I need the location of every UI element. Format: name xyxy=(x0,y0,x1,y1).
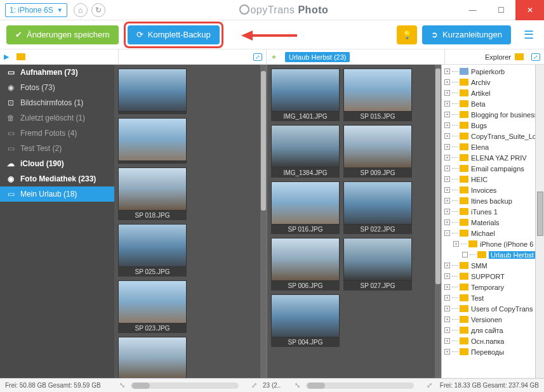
expand-icon[interactable]: + xyxy=(444,112,450,117)
photo-thumbnail[interactable]: SP 023.JPG xyxy=(118,280,187,333)
tree-folder[interactable]: +Blogging for business xyxy=(442,109,535,120)
tree-folder[interactable]: +Itines backup xyxy=(442,195,535,206)
expand-icon[interactable]: + xyxy=(444,327,450,333)
tree-folder[interactable]: +Materials xyxy=(442,217,535,228)
sidebar-item[interactable]: ▭Aufnahmen (73) xyxy=(0,65,114,80)
photo-thumbnail[interactable]: SP 006.JPG xyxy=(271,238,340,291)
scrollbar[interactable] xyxy=(260,65,267,378)
expand-icon[interactable]: + xyxy=(444,69,450,74)
expand-icon[interactable]: + xyxy=(444,209,450,214)
tree-folder[interactable]: +Invoices xyxy=(442,185,535,195)
sidebar-item[interactable]: ◉Foto Mediathek (233) xyxy=(0,171,114,186)
resize-icon[interactable]: ⤡ xyxy=(295,381,300,389)
resize-icon[interactable]: ⤡ xyxy=(119,381,125,389)
expand-icon[interactable]: + xyxy=(444,144,450,150)
folder-icon[interactable] xyxy=(17,53,25,60)
photo-thumbnail[interactable]: IMG_1384.JPG xyxy=(271,125,340,178)
tree-folder[interactable]: +для сайта xyxy=(442,325,535,336)
expand-icon[interactable]: + xyxy=(444,295,450,301)
zoom-slider[interactable] xyxy=(306,382,414,389)
scrollbar[interactable] xyxy=(535,65,544,378)
active-album-tab[interactable]: Urlaub Herbst (23) xyxy=(285,52,350,62)
sidebar-item[interactable]: 🗑Zuletzt gelöscht (1) xyxy=(0,110,114,126)
expand-icon[interactable]: + xyxy=(444,166,450,171)
photo-thumbnail[interactable]: SP 021.JPG xyxy=(118,337,187,378)
resize-icon[interactable]: ⤢ xyxy=(251,381,257,389)
tree-folder[interactable]: +Archiv xyxy=(442,77,535,88)
refresh-icon[interactable]: ↻ xyxy=(91,3,105,17)
tree-folder[interactable]: +iPhone (iPhone 6 xyxy=(442,238,535,249)
tree-folder[interactable]: −Michael xyxy=(442,228,535,238)
expand-icon[interactable]: + xyxy=(444,133,450,139)
expand-icon[interactable]: + xyxy=(444,90,450,96)
tree-folder[interactable]: +Bugs xyxy=(442,120,535,131)
expand-icon[interactable]: + xyxy=(444,284,450,290)
expand-icon[interactable]: + xyxy=(444,122,450,128)
tree-folder[interactable]: +ELENA YAZ PRIV xyxy=(442,152,535,163)
tree-folder[interactable]: +Email campaigns xyxy=(442,163,535,174)
expand-icon[interactable]: + xyxy=(444,101,450,107)
tree-folder[interactable]: +iTunes 1 xyxy=(442,206,535,217)
expand-icon[interactable]: + xyxy=(444,349,450,355)
photo-thumbnail[interactable]: SP 018.JPG xyxy=(118,167,187,220)
scrollbar[interactable] xyxy=(435,65,441,378)
photo-thumbnail[interactable]: SP 025.JPG xyxy=(118,224,187,277)
close-button[interactable]: ✕ xyxy=(515,0,544,20)
sidebar-item[interactable]: ▭Test Test (2) xyxy=(0,141,114,156)
tree-folder[interactable]: +SMM xyxy=(442,260,535,271)
tree-folder[interactable]: +Versionen xyxy=(442,314,535,325)
expand-icon[interactable]: + xyxy=(444,176,450,182)
tree-folder[interactable]: +Test xyxy=(442,292,535,303)
full-backup-button[interactable]: ⟳ Komplett-Backup xyxy=(128,25,220,44)
quick-guides-button[interactable]: ➲ Kurzanleitungen xyxy=(422,25,511,44)
photo-thumbnail[interactable]: SP 004.JPG xyxy=(271,294,340,347)
photo-thumbnail[interactable]: IMG_1401.JPG xyxy=(271,69,340,121)
expand-icon[interactable] xyxy=(462,252,468,258)
tree-folder[interactable]: +Переводы xyxy=(442,346,535,357)
expand-icon[interactable]: + xyxy=(444,338,450,344)
maximize-button[interactable]: ☐ xyxy=(487,0,515,20)
add-icon[interactable]: ＋ xyxy=(270,52,277,62)
tree-folder[interactable]: +SUPPORT xyxy=(442,271,535,282)
photo-thumbnail[interactable] xyxy=(118,69,187,114)
sidebar-item[interactable]: ▭Mein Urlaub (18) xyxy=(0,186,114,202)
device-select[interactable]: 1: iPhone 6S ▼ xyxy=(5,3,67,17)
expand-icon[interactable]: − xyxy=(444,230,450,236)
expand-left-icon[interactable]: ⤢ xyxy=(253,53,262,61)
sidebar-item[interactable]: ▭Fremd Fotots (4) xyxy=(0,126,114,141)
play-icon[interactable]: ▶ xyxy=(4,53,9,61)
expand-icon[interactable]: + xyxy=(444,155,450,160)
photo-thumbnail[interactable]: SP 027.JPG xyxy=(343,238,412,291)
tree-folder[interactable]: Urlaub Herbst xyxy=(442,249,535,260)
expand-right-icon[interactable]: ⤢ xyxy=(531,53,540,61)
minimize-button[interactable]: — xyxy=(458,0,487,20)
menu-button[interactable]: ☰ xyxy=(520,26,538,44)
expand-icon[interactable]: + xyxy=(444,219,450,225)
folder-icon[interactable] xyxy=(515,53,524,60)
tree-folder[interactable]: +Beta xyxy=(442,98,535,109)
tips-button[interactable]: 💡 xyxy=(397,25,417,44)
resize-icon[interactable]: ⤢ xyxy=(427,381,432,389)
photo-thumbnail[interactable]: SP 009.JPG xyxy=(343,125,412,178)
sidebar-item[interactable]: ☁iCloud (190) xyxy=(0,156,114,171)
expand-icon[interactable]: + xyxy=(453,241,459,247)
expand-icon[interactable]: + xyxy=(444,198,450,204)
tree-folder[interactable]: +Artikel xyxy=(442,88,535,98)
sidebar-item[interactable]: ◉Fotos (73) xyxy=(0,80,114,95)
photo-thumbnail[interactable]: SP 022.JPG xyxy=(343,181,412,234)
zoom-slider[interactable] xyxy=(131,382,239,389)
tree-folder[interactable]: +Temporary xyxy=(442,282,535,292)
tree-folder[interactable]: +Users of CopyTrans xyxy=(442,303,535,314)
expand-icon[interactable]: + xyxy=(444,79,450,85)
tree-folder[interactable]: +HEIC xyxy=(442,174,535,185)
expand-icon[interactable]: + xyxy=(444,187,450,193)
expand-icon[interactable]: + xyxy=(444,317,450,322)
photo-thumbnail[interactable]: SP 015.JPG xyxy=(343,69,412,121)
expand-icon[interactable]: + xyxy=(444,263,450,268)
home-icon[interactable]: ⌂ xyxy=(74,3,88,17)
expand-icon[interactable]: + xyxy=(444,273,450,279)
save-changes-button[interactable]: ✔ Änderungen speichern xyxy=(6,25,119,44)
tree-folder[interactable]: +Elena xyxy=(442,141,535,152)
tree-folder[interactable]: +Papierkorb xyxy=(442,66,535,77)
photo-thumbnail[interactable]: SP 016.JPG xyxy=(271,181,340,234)
